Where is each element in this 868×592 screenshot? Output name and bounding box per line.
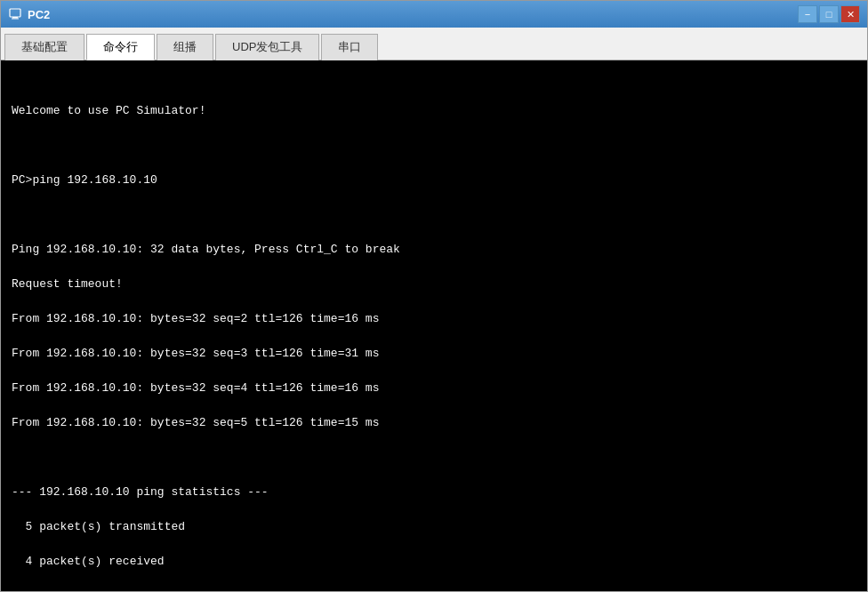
terminal-line: From 192.168.10.10: bytes=32 seq=3 ttl=1… (12, 345, 856, 363)
terminal-line (12, 449, 856, 467)
window-title: PC2 (28, 8, 50, 21)
terminal-line: Ping 192.168.10.10: 32 data bytes, Press… (12, 241, 856, 259)
tab-command-line[interactable]: 命令行 (86, 34, 155, 60)
main-window: PC2 − □ ✕ 基础配置 命令行 组播 UDP发包工具 串口 Welcome… (0, 0, 868, 592)
terminal-line: From 192.168.10.10: bytes=32 seq=5 ttl=1… (12, 414, 856, 432)
close-button[interactable]: ✕ (840, 5, 860, 23)
terminal-line: PC>ping 192.168.10.10 (12, 172, 856, 189)
terminal-line: Welcome to use PC Simulator! (12, 102, 856, 120)
terminal-line: From 192.168.10.10: bytes=32 seq=2 ttl=1… (12, 310, 856, 328)
terminal-line: 4 packet(s) received (12, 553, 856, 571)
svg-rect-2 (12, 19, 19, 20)
tab-basic-config[interactable]: 基础配置 (4, 34, 84, 60)
terminal-line (12, 206, 856, 224)
tab-multicast[interactable]: 组播 (157, 34, 213, 60)
terminal-output[interactable]: Welcome to use PC Simulator! PC>ping 192… (1, 60, 867, 591)
tab-serial[interactable]: 串口 (321, 34, 378, 60)
title-bar-left: PC2 (8, 7, 50, 21)
maximize-button[interactable]: □ (819, 5, 839, 23)
svg-rect-1 (12, 17, 18, 19)
tab-bar: 基础配置 命令行 组播 UDP发包工具 串口 (1, 28, 867, 60)
tab-udp-tool[interactable]: UDP发包工具 (215, 34, 319, 60)
terminal-line (12, 137, 856, 155)
terminal-line: Request timeout! (12, 276, 856, 293)
computer-icon (8, 7, 22, 21)
terminal-line: From 192.168.10.10: bytes=32 seq=4 ttl=1… (12, 380, 856, 397)
title-bar-buttons: − □ ✕ (798, 5, 860, 23)
title-bar: PC2 − □ ✕ (1, 1, 867, 28)
terminal-line: 20.00% packet loss (12, 588, 856, 591)
svg-rect-0 (10, 9, 20, 17)
terminal-line: 5 packet(s) transmitted (12, 518, 856, 536)
terminal-line: --- 192.168.10.10 ping statistics --- (12, 484, 856, 501)
minimize-button[interactable]: − (798, 5, 817, 23)
